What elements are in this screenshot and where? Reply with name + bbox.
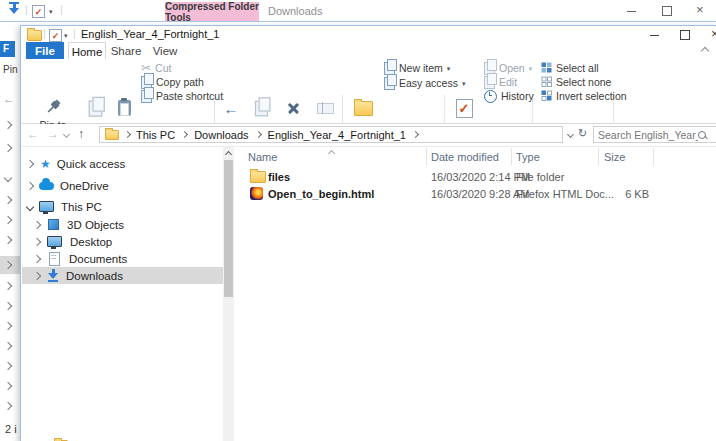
expander-icon[interactable] <box>33 254 41 262</box>
expander-icon[interactable] <box>26 202 34 210</box>
bg-tree-expander-icon[interactable] <box>4 282 12 290</box>
easy-access-button[interactable]: Easy access ▾ <box>384 76 465 90</box>
nav-label: Quick access <box>57 158 125 170</box>
address-box[interactable]: This PC Downloads English_Year_4_Fortnig… <box>99 126 563 143</box>
search-icon <box>698 131 706 139</box>
file-row-files[interactable]: files 16/03/2020 2:14 PM File folder <box>234 168 714 185</box>
breadcrumb-chevron-icon[interactable] <box>181 131 188 138</box>
nav-scrollbar[interactable] <box>223 147 234 441</box>
file-row-open-to-begin[interactable]: Open_to_begin.html 16/03/2020 9:28 AM Fi… <box>234 185 714 202</box>
paste-shortcut-button[interactable]: Paste shortcut <box>141 89 223 103</box>
tab-file[interactable]: File <box>26 42 64 59</box>
bg-close-button[interactable]: × <box>696 2 704 17</box>
breadcrumb-chevron-icon[interactable] <box>412 131 419 138</box>
window-folder-icon <box>27 30 42 41</box>
column-divider[interactable] <box>511 148 512 165</box>
bg-tree-expander-icon[interactable] <box>4 382 12 390</box>
bg-tree-expander-icon[interactable] <box>4 174 12 182</box>
bg-minimize-button[interactable] <box>627 11 636 12</box>
bg-tree-expander-icon[interactable] <box>4 302 12 310</box>
expander-icon[interactable] <box>26 159 34 167</box>
expander-icon[interactable] <box>33 237 41 245</box>
address-toolbar: ← → ↑ This PC Downloads English_Year_4_F… <box>21 124 716 146</box>
nav-label: OneDrive <box>60 180 109 192</box>
nav-label: Documents <box>69 253 127 265</box>
column-header-name[interactable]: Name <box>248 148 426 165</box>
nav-label: Desktop <box>70 236 112 248</box>
column-divider[interactable] <box>653 148 654 165</box>
expander-icon[interactable] <box>33 271 41 279</box>
refresh-icon[interactable]: ↻ <box>578 127 587 140</box>
scrollbar-thumb[interactable] <box>224 160 233 297</box>
recent-locations-caret-icon[interactable] <box>63 131 70 138</box>
easy-access-icon <box>384 77 395 90</box>
easy-access-label: Easy access <box>399 77 458 89</box>
bg-tree-expander-icon[interactable] <box>4 196 12 204</box>
tab-home[interactable]: Home <box>68 42 106 60</box>
column-divider[interactable] <box>598 148 599 165</box>
search-box[interactable] <box>593 126 716 143</box>
qat-properties-icon[interactable]: ✓ <box>49 29 62 42</box>
bg-tree-expander-icon[interactable] <box>4 362 12 370</box>
bg-file-tab-partial[interactable]: F <box>0 41 15 57</box>
bg-tree-expander-icon[interactable] <box>4 216 12 224</box>
qat-customize-caret-icon[interactable]: ▾ <box>49 8 53 15</box>
scroll-up-icon[interactable] <box>225 151 232 158</box>
nav-item-quick-access[interactable]: ★ Quick access <box>22 155 223 172</box>
qat-separator: | <box>73 27 76 39</box>
bg-maximize-button[interactable] <box>662 6 672 16</box>
breadcrumb-chevron-icon[interactable] <box>255 131 262 138</box>
bg-tree-expander-icon[interactable] <box>4 342 12 350</box>
bg-tree-expander-icon[interactable] <box>4 402 12 410</box>
edit-button[interactable]: Edit <box>484 75 517 89</box>
contextual-tab-compressed-folder-tools[interactable]: Compressed Folder Tools <box>165 2 259 21</box>
bg-back-icon[interactable]: ← <box>3 92 15 106</box>
invert-selection-label: Invert selection <box>556 90 627 102</box>
expander-icon[interactable] <box>33 220 41 228</box>
select-none-button[interactable]: Select none <box>541 75 611 89</box>
column-headers: Name Date modified Type Size <box>234 148 716 165</box>
forward-button[interactable]: → <box>47 127 59 141</box>
nav-item-this-pc[interactable]: This PC <box>22 198 223 215</box>
new-item-label: New item <box>399 62 443 74</box>
breadcrumb-this-pc[interactable]: This PC <box>136 129 175 141</box>
bg-tree-expander-icon[interactable] <box>4 322 12 330</box>
back-button[interactable]: ← <box>27 127 39 141</box>
paste-icon <box>118 95 131 121</box>
nav-item-documents[interactable]: Documents <box>22 250 223 267</box>
history-button[interactable]: History <box>484 89 534 103</box>
tab-view[interactable]: View <box>148 42 182 59</box>
column-header-date-modified[interactable]: Date modified <box>431 148 506 165</box>
collapse-ribbon-icon[interactable] <box>701 47 709 55</box>
select-all-button[interactable]: Select all <box>541 61 599 75</box>
maximize-button[interactable] <box>680 30 690 40</box>
invert-selection-button[interactable]: Invert selection <box>541 89 627 103</box>
bg-tree-expander-icon[interactable] <box>4 144 12 152</box>
bg-tree-expander-icon[interactable] <box>4 121 12 129</box>
bg-tree-expander-icon[interactable] <box>4 236 12 244</box>
column-header-size[interactable]: Size <box>604 148 649 165</box>
paste-shortcut-icon <box>141 90 152 103</box>
close-button[interactable]: × <box>711 26 716 41</box>
breadcrumb-downloads[interactable]: Downloads <box>194 129 248 141</box>
nav-item-desktop[interactable]: Desktop <box>22 233 223 250</box>
address-dropdown-caret-icon[interactable] <box>567 131 574 138</box>
expander-icon[interactable] <box>26 181 34 189</box>
search-input[interactable] <box>598 129 698 141</box>
breadcrumb-current-folder[interactable]: English_Year_4_Fortnight_1 <box>268 129 406 141</box>
nav-item-downloads[interactable]: Downloads <box>22 267 223 284</box>
up-button[interactable]: ↑ <box>78 127 84 141</box>
nav-item-onedrive[interactable]: OneDrive <box>22 177 223 194</box>
downloads-icon <box>47 269 59 282</box>
qat-properties-icon[interactable]: ✓ <box>32 5 45 18</box>
column-divider[interactable] <box>426 148 427 165</box>
history-icon <box>484 90 497 103</box>
properties-icon: ✓ <box>456 95 473 121</box>
ribbon: Pin to Quick access Copy Paste ✂ Cut Cop… <box>21 59 716 124</box>
column-header-type[interactable]: Type <box>516 148 591 165</box>
tab-share[interactable]: Share <box>108 42 144 59</box>
qat-customize-caret-icon[interactable]: ▾ <box>64 32 68 39</box>
nav-item-3d-objects[interactable]: 3D Objects <box>22 216 223 233</box>
bg-status-text-partial: 2 i <box>5 423 17 435</box>
minimize-button[interactable] <box>650 35 659 36</box>
